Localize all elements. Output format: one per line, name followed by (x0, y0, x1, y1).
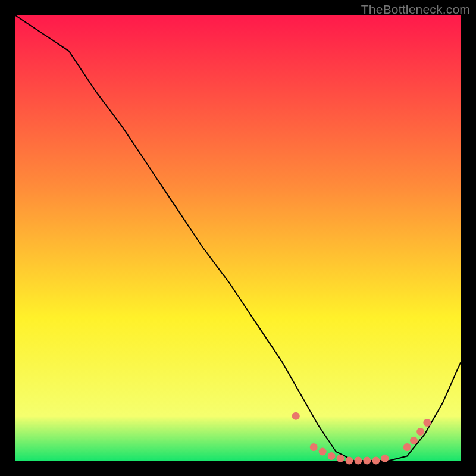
marker-point (337, 455, 345, 462)
chart-stage: TheBottleneck.com (0, 0, 476, 476)
marker-point (423, 419, 431, 427)
marker-point (328, 452, 336, 460)
marker-point (416, 428, 424, 436)
marker-point (410, 437, 418, 444)
marker-point (363, 457, 371, 465)
marker-point (346, 457, 353, 465)
marker-point (355, 457, 362, 465)
marker-point (372, 457, 380, 465)
bottleneck-chart (0, 0, 476, 476)
marker-point (310, 443, 318, 451)
plot-background (15, 15, 461, 461)
marker-point (403, 443, 411, 451)
attribution-text: TheBottleneck.com (361, 2, 470, 17)
marker-point (292, 412, 300, 420)
marker-point (319, 448, 327, 456)
marker-point (381, 455, 389, 462)
